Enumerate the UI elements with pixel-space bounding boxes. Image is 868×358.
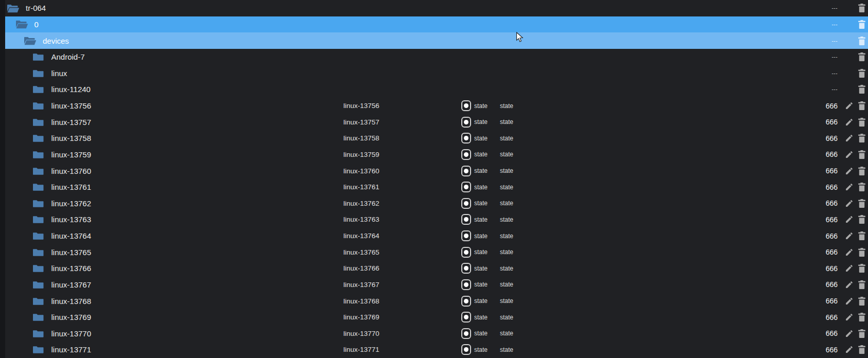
type-label: state (474, 200, 488, 207)
tree-row[interactable]: linux-13764 linux-13764 state state 666 (5, 228, 868, 244)
tree-row[interactable]: linux-13761 linux-13761 state state 666 (5, 179, 868, 195)
folder-icon[interactable] (32, 101, 45, 110)
delete-button[interactable] (858, 326, 865, 342)
tree-row[interactable]: linux-13762 linux-13762 state state 666 (5, 195, 868, 212)
folder-icon[interactable] (32, 248, 45, 257)
acl-value: 666 (808, 244, 838, 260)
folder-icon[interactable] (32, 118, 45, 127)
folder-icon[interactable] (32, 150, 45, 159)
object-name-label: linux-13770 (343, 326, 379, 342)
tree-row[interactable]: linux --- (5, 65, 868, 82)
delete-button[interactable] (858, 277, 865, 293)
delete-button[interactable] (858, 228, 865, 244)
folder-icon[interactable] (32, 167, 45, 175)
folder-icon[interactable] (32, 183, 45, 191)
tree-row[interactable]: Android-7 --- (5, 49, 868, 65)
edit-button[interactable] (845, 244, 854, 260)
folder-icon[interactable] (32, 52, 45, 61)
tree-row[interactable]: linux-13757 linux-13757 state state 666 (5, 114, 868, 130)
edit-button[interactable] (845, 342, 854, 358)
state-type-icon (461, 133, 471, 144)
delete-button[interactable] (858, 32, 865, 49)
object-name-label: linux-13757 (343, 114, 379, 130)
tree-row[interactable]: linux-13769 linux-13769 state state 666 (5, 309, 868, 326)
folder-icon[interactable] (32, 134, 45, 142)
folder-icon[interactable] (32, 231, 45, 240)
tree-row[interactable]: linux-13763 linux-13763 state state 666 (5, 211, 868, 228)
tree-row[interactable]: linux-13758 linux-13758 state state 666 (5, 130, 868, 147)
tree-row[interactable]: linux-13770 linux-13770 state state 666 (5, 326, 868, 342)
state-dot-icon (464, 299, 468, 303)
delete-button[interactable] (858, 309, 865, 326)
folder-icon[interactable] (24, 36, 37, 45)
delete-button[interactable] (858, 81, 865, 98)
delete-button[interactable] (858, 195, 865, 212)
edit-button[interactable] (845, 228, 854, 244)
edit-button[interactable] (845, 130, 854, 147)
edit-button[interactable] (845, 195, 854, 212)
tree-row[interactable]: tr-064 --- (5, 0, 868, 16)
folder-icon[interactable] (15, 20, 28, 29)
acl-value: 666 (808, 211, 838, 228)
trash-icon (858, 167, 865, 175)
folder-icon[interactable] (32, 329, 45, 338)
edit-button[interactable] (845, 211, 854, 228)
delete-button[interactable] (858, 0, 865, 16)
tree-row[interactable]: devices --- (5, 32, 868, 49)
tree-row[interactable]: linux-13768 linux-13768 state state 666 (5, 293, 868, 309)
delete-button[interactable] (858, 179, 865, 195)
delete-button[interactable] (858, 293, 865, 309)
folder-icon[interactable] (32, 199, 45, 208)
folder-icon[interactable] (32, 313, 45, 321)
edit-button[interactable] (845, 114, 854, 130)
delete-button[interactable] (858, 16, 865, 33)
folder-icon[interactable] (32, 345, 45, 354)
tree-row[interactable]: linux-13759 linux-13759 state state 666 (5, 147, 868, 163)
folder-icon[interactable] (32, 215, 45, 224)
delete-button[interactable] (858, 211, 865, 228)
trash-icon (858, 231, 865, 240)
state-dot-icon (464, 136, 468, 140)
folder-closed-icon (32, 134, 44, 142)
object-name-label: linux-13762 (343, 195, 379, 212)
tree-row[interactable]: linux-13756 linux-13756 state state 666 (5, 98, 868, 114)
tree-row[interactable]: linux-13765 linux-13765 state state 666 (5, 244, 868, 260)
edit-button[interactable] (845, 277, 854, 293)
edit-button[interactable] (845, 326, 854, 342)
tree-row[interactable]: 0 --- (5, 16, 868, 33)
tree-row[interactable]: linux-11240 --- (5, 81, 868, 98)
delete-button[interactable] (858, 163, 865, 179)
edit-button[interactable] (845, 309, 854, 326)
folder-icon[interactable] (32, 69, 45, 78)
delete-button[interactable] (858, 130, 865, 147)
tree-row[interactable]: linux-13771 linux-13771 state state 666 (5, 342, 868, 358)
trash-icon (858, 329, 865, 338)
edit-button[interactable] (845, 179, 854, 195)
delete-button[interactable] (858, 65, 865, 82)
delete-button[interactable] (858, 98, 865, 114)
folder-icon[interactable] (32, 280, 45, 289)
folder-icon[interactable] (7, 4, 20, 13)
tree-row[interactable]: linux-13766 linux-13766 state state 666 (5, 260, 868, 277)
delete-button[interactable] (858, 147, 865, 163)
folder-icon[interactable] (32, 85, 45, 94)
acl-value: 666 (808, 130, 838, 147)
edit-button[interactable] (845, 163, 854, 179)
edit-button[interactable] (845, 98, 854, 114)
delete-button[interactable] (858, 49, 865, 65)
type-cell: state (461, 163, 488, 179)
delete-button[interactable] (858, 342, 865, 358)
folder-icon[interactable] (32, 297, 45, 306)
delete-button[interactable] (858, 114, 865, 130)
edit-button[interactable] (845, 147, 854, 163)
delete-button[interactable] (858, 260, 865, 277)
trash-icon (858, 134, 865, 142)
tree-row[interactable]: linux-13760 linux-13760 state state 666 (5, 163, 868, 179)
tree-row[interactable]: linux-13767 linux-13767 state state 666 (5, 277, 868, 293)
edit-button[interactable] (845, 293, 854, 309)
folder-icon[interactable] (32, 264, 45, 273)
object-id-label: linux-13765 (51, 248, 92, 257)
object-id-label: linux-13761 (51, 183, 92, 191)
delete-button[interactable] (858, 244, 865, 260)
edit-button[interactable] (845, 260, 854, 277)
